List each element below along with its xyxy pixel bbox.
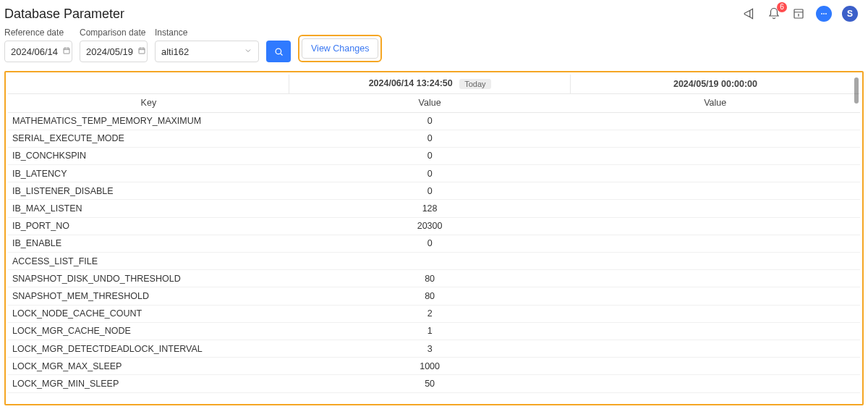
search-button[interactable] bbox=[266, 41, 291, 62]
value2-cell bbox=[570, 305, 860, 322]
value2-cell bbox=[570, 147, 860, 164]
table-row[interactable]: LOCK_MGR_CACHE_NODE1 bbox=[8, 322, 860, 340]
key-cell: IB_CONCHKSPIN bbox=[8, 147, 289, 164]
table-row[interactable]: IB_PORT_NO20300 bbox=[8, 217, 860, 235]
value1-cell: 0 bbox=[289, 182, 571, 200]
value1-cell: 1000 bbox=[289, 358, 571, 375]
notification-badge: 6 bbox=[777, 2, 787, 12]
value1-cell: 0 bbox=[289, 165, 571, 182]
table-body: MATHEMATICS_TEMP_MEMORY_MAXIMUM0SERIAL_E… bbox=[8, 112, 860, 392]
instance-select[interactable]: alti162 bbox=[155, 41, 259, 62]
comparison-date-value: 2024/05/19 bbox=[86, 46, 133, 57]
value1-cell: 80 bbox=[289, 270, 571, 287]
key-cell: IB_MAX_LISTEN bbox=[8, 200, 289, 217]
header-date2-text: 2024/05/19 00:00:00 bbox=[673, 79, 757, 89]
value2-cell bbox=[570, 358, 860, 375]
key-cell: SNAPSHOT_DISK_UNDO_THRESHOLD bbox=[8, 270, 289, 287]
table-row[interactable]: IB_CONCHKSPIN0 bbox=[8, 147, 860, 164]
calendar-icon bbox=[137, 46, 146, 57]
value1-cell: 50 bbox=[289, 375, 571, 392]
value2-cell bbox=[570, 287, 860, 305]
header-actions: 6 S bbox=[742, 6, 858, 22]
instance-value: alti162 bbox=[161, 46, 189, 57]
value2-cell bbox=[570, 112, 860, 130]
announcement-icon[interactable] bbox=[742, 7, 757, 21]
value2-cell bbox=[570, 322, 860, 340]
value1-cell: 0 bbox=[289, 147, 571, 164]
notification-bell-icon[interactable]: 6 bbox=[767, 7, 781, 21]
reference-date-label: Reference date bbox=[4, 28, 72, 38]
table-row[interactable]: IB_LISTENER_DISABLE0 bbox=[8, 182, 860, 200]
parameter-table: 2024/06/14 13:24:50 Today 2024/05/19 00:… bbox=[8, 75, 860, 393]
table-highlight: 2024/06/14 13:24:50 Today 2024/05/19 00:… bbox=[4, 71, 864, 405]
table-row[interactable]: SNAPSHOT_MEM_THRESHOLD80 bbox=[8, 287, 860, 305]
key-cell: ACCESS_LIST_FILE bbox=[8, 253, 289, 270]
value2-cell bbox=[570, 340, 860, 357]
key-cell: LOCK_NODE_CACHE_COUNT bbox=[8, 305, 289, 322]
table-row[interactable]: SERIAL_EXECUTE_MODE0 bbox=[8, 130, 860, 147]
comparison-date-input[interactable]: 2024/05/19 bbox=[80, 41, 148, 62]
value2-cell bbox=[570, 130, 860, 147]
reference-date-value: 2024/06/14 bbox=[11, 46, 58, 57]
parameter-table-container: 2024/06/14 13:24:50 Today 2024/05/19 00:… bbox=[8, 75, 860, 402]
instance-group: Instance alti162 bbox=[155, 28, 259, 62]
table-row[interactable]: IB_MAX_LISTEN128 bbox=[8, 200, 860, 217]
table-row[interactable]: LOCK_MGR_DETECTDEADLOCK_INTERVAL3 bbox=[8, 340, 860, 357]
header-date1: 2024/06/14 13:24:50 Today bbox=[289, 75, 571, 93]
value1-cell: 2 bbox=[289, 305, 571, 322]
topbar: Database Parameter 6 S bbox=[0, 0, 868, 25]
archive-icon[interactable] bbox=[791, 7, 806, 21]
page-title: Database Parameter bbox=[4, 7, 124, 22]
key-cell: SNAPSHOT_MEM_THRESHOLD bbox=[8, 287, 289, 305]
table-row[interactable]: LOCK_MGR_MAX_SLEEP1000 bbox=[8, 358, 860, 375]
table-row[interactable]: SNAPSHOT_DISK_UNDO_THRESHOLD80 bbox=[8, 270, 860, 287]
svg-point-1 bbox=[821, 13, 822, 14]
comparison-date-label: Comparison date bbox=[80, 28, 148, 38]
value1-cell: 0 bbox=[289, 130, 571, 147]
svg-point-3 bbox=[825, 13, 827, 14]
chat-icon[interactable] bbox=[816, 6, 832, 22]
svg-rect-4 bbox=[64, 48, 69, 54]
table-row[interactable]: ACCESS_LIST_FILE bbox=[8, 253, 860, 270]
reference-date-group: Reference date 2024/06/14 bbox=[4, 28, 72, 62]
value2-cell bbox=[570, 235, 860, 252]
key-cell: IB_LISTENER_DISABLE bbox=[8, 182, 289, 200]
comparison-date-group: Comparison date 2024/05/19 bbox=[80, 28, 148, 62]
value1-cell: 80 bbox=[289, 287, 571, 305]
value1-cell: 0 bbox=[289, 235, 571, 252]
value1-cell: 3 bbox=[289, 340, 571, 357]
instance-label: Instance bbox=[155, 28, 259, 38]
value2-cell bbox=[570, 200, 860, 217]
value2-cell bbox=[570, 182, 860, 200]
user-avatar[interactable]: S bbox=[842, 6, 858, 22]
table-row[interactable]: LOCK_NODE_CACHE_COUNT2 bbox=[8, 305, 860, 322]
scrollbar-thumb[interactable] bbox=[854, 77, 859, 104]
value2-cell bbox=[570, 165, 860, 182]
header-date2: 2024/05/19 00:00:00 bbox=[570, 75, 860, 93]
value2-cell bbox=[570, 375, 860, 392]
table-row[interactable]: IB_ENABLE0 bbox=[8, 235, 860, 252]
key-cell: SERIAL_EXECUTE_MODE bbox=[8, 130, 289, 147]
table-row[interactable]: MATHEMATICS_TEMP_MEMORY_MAXIMUM0 bbox=[8, 112, 860, 130]
key-cell: IB_ENABLE bbox=[8, 235, 289, 252]
col-value1-header: Value bbox=[289, 93, 571, 112]
header-date1-text: 2024/06/14 13:24:50 bbox=[369, 78, 453, 88]
value2-cell bbox=[570, 217, 860, 235]
svg-point-2 bbox=[823, 13, 825, 14]
calendar-icon bbox=[62, 46, 71, 57]
table-row[interactable]: IB_LATENCY0 bbox=[8, 165, 860, 182]
view-changes-button[interactable]: View Changes bbox=[302, 38, 378, 59]
key-cell: IB_LATENCY bbox=[8, 165, 289, 182]
value1-cell bbox=[289, 253, 571, 270]
svg-point-6 bbox=[276, 49, 281, 54]
value1-cell: 128 bbox=[289, 200, 571, 217]
reference-date-input[interactable]: 2024/06/14 bbox=[4, 41, 72, 62]
key-cell: LOCK_MGR_CACHE_NODE bbox=[8, 322, 289, 340]
key-cell: MATHEMATICS_TEMP_MEMORY_MAXIMUM bbox=[8, 112, 289, 130]
value1-cell: 0 bbox=[289, 112, 571, 130]
header-empty bbox=[8, 75, 289, 93]
value2-cell bbox=[570, 253, 860, 270]
table-row[interactable]: LOCK_MGR_MIN_SLEEP50 bbox=[8, 375, 860, 392]
view-changes-highlight: View Changes bbox=[298, 35, 382, 62]
today-badge: Today bbox=[459, 79, 490, 89]
